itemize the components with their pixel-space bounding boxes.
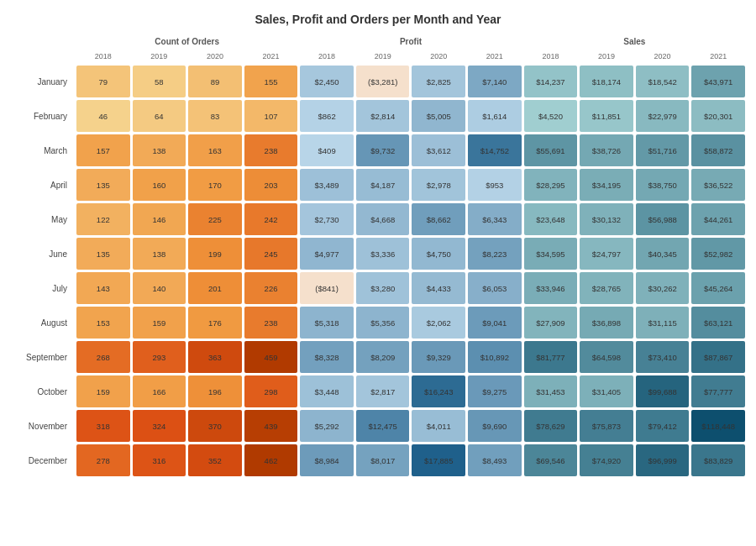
order-cell: 199 [188,238,242,270]
year-header: 2020 [412,50,465,63]
order-cell: 201 [188,272,242,304]
profit-cell: $9,690 [468,410,522,442]
order-cell: 122 [76,203,130,235]
sales-cell: $118,448 [691,410,745,442]
table-row: May122146225242$2,730$4,668$8,662$6,343$… [11,203,745,235]
sales-cell: $63,121 [691,307,745,339]
profit-cell: ($841) [300,272,354,304]
chart-container: Sales, Profit and Orders per Month and Y… [0,0,756,546]
year-header: 2019 [580,50,633,63]
sales-cell: $64,598 [580,341,633,373]
profit-cell: $6,343 [468,203,522,235]
month-label: September [11,341,74,373]
sales-cell: $33,946 [524,272,578,304]
month-label: July [11,272,74,304]
table-row: October159166196298$3,448$2,817$16,243$9… [11,375,745,407]
sales-cell: $31,405 [580,375,633,407]
sales-cell: $28,295 [524,169,578,201]
sales-cell: $79,412 [636,410,690,442]
profit-cell: $10,892 [468,341,522,373]
profit-cell: $4,433 [412,272,465,304]
sales-cell: $81,777 [524,341,578,373]
sales-cell: $74,920 [580,444,633,476]
order-cell: 135 [76,238,130,270]
group-header-profit: Profit [300,35,521,48]
profit-cell: $6,053 [468,272,522,304]
sales-cell: $30,262 [636,272,690,304]
order-cell: 170 [188,169,242,201]
table-row: August153159176238$5,318$5,356$2,062$9,0… [11,307,745,339]
order-cell: 242 [244,203,298,235]
order-cell: 245 [244,238,298,270]
profit-cell: $3,612 [412,134,465,166]
profit-cell: $862 [300,100,354,132]
profit-cell: $4,011 [412,410,465,442]
table-row: April135160170203$3,489$4,187$2,978$953$… [11,169,745,201]
order-cell: 159 [76,375,130,407]
profit-cell: $2,814 [356,100,410,132]
year-header: 2021 [244,50,298,63]
month-label: November [11,410,74,442]
sales-cell: $38,726 [580,134,633,166]
sales-cell: $69,546 [524,444,578,476]
chart-title: Sales, Profit and Orders per Month and Y… [8,13,748,26]
year-header: 2020 [636,50,690,63]
order-cell: 238 [244,134,298,166]
group-header-count-of-orders: Count of Orders [76,35,297,48]
sales-cell: $36,522 [691,169,745,201]
sales-cell: $34,595 [524,238,578,270]
order-cell: 293 [133,341,186,373]
order-cell: 459 [244,341,298,373]
order-cell: 196 [188,375,242,407]
sales-cell: $36,898 [580,307,633,339]
profit-cell: $4,668 [356,203,410,235]
order-cell: 83 [188,100,242,132]
profit-cell: ($3,281) [356,66,410,97]
order-cell: 318 [76,410,130,442]
profit-cell: $8,328 [300,341,354,373]
order-cell: 64 [133,100,186,132]
order-cell: 89 [188,66,242,97]
year-header: 2019 [133,50,186,63]
profit-cell: $2,450 [300,66,354,97]
profit-cell: $3,489 [300,169,354,201]
table-row: March157138163238$409$9,732$3,612$14,752… [11,134,745,166]
order-cell: 278 [76,444,130,476]
profit-cell: $3,280 [356,272,410,304]
sales-cell: $38,750 [636,169,690,201]
profit-cell: $9,275 [468,375,522,407]
order-cell: 46 [76,100,130,132]
profit-cell: $2,978 [412,169,465,201]
month-label: June [11,238,74,270]
order-cell: 138 [133,238,186,270]
sales-cell: $28,765 [580,272,633,304]
sales-cell: $43,971 [691,66,745,97]
sales-cell: $31,453 [524,375,578,407]
order-cell: 79 [76,66,130,97]
profit-cell: $9,041 [468,307,522,339]
year-header: 2018 [76,50,130,63]
profit-cell: $8,223 [468,238,522,270]
profit-cell: $5,292 [300,410,354,442]
profit-cell: $14,752 [468,134,522,166]
sales-cell: $87,867 [691,341,745,373]
profit-cell: $2,062 [412,307,465,339]
order-cell: 316 [133,444,186,476]
group-header-sales: Sales [524,35,745,48]
profit-cell: $3,448 [300,375,354,407]
profit-cell: $16,243 [412,375,465,407]
profit-cell: $8,209 [356,341,410,373]
sales-cell: $40,345 [636,238,690,270]
sales-cell: $23,648 [524,203,578,235]
table-row: December278316352462$8,984$8,017$17,885$… [11,444,745,476]
sales-cell: $20,301 [691,100,745,132]
order-cell: 439 [244,410,298,442]
sales-cell: $18,174 [580,66,633,97]
profit-cell: $5,318 [300,307,354,339]
order-cell: 298 [244,375,298,407]
month-label: August [11,307,74,339]
sales-cell: $75,873 [580,410,633,442]
order-cell: 225 [188,203,242,235]
profit-cell: $4,750 [412,238,465,270]
sales-cell: $31,115 [636,307,690,339]
